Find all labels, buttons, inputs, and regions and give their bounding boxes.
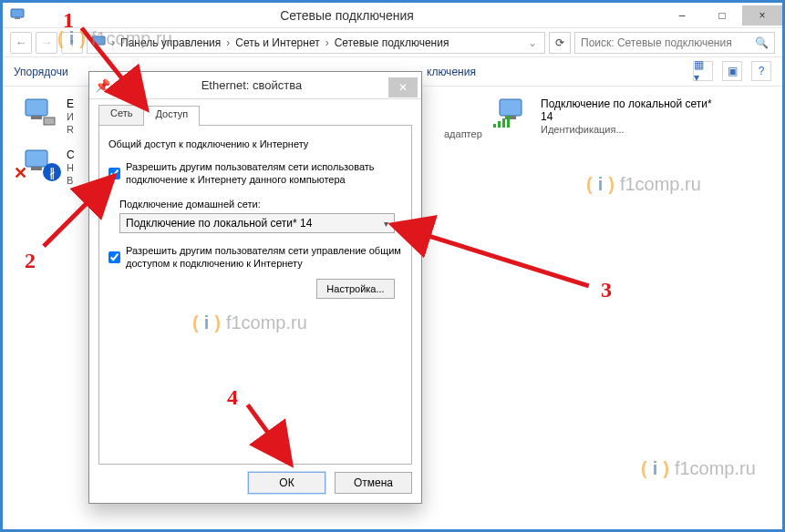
adapter-name: Подключение по локальной сети* 14	[541, 97, 714, 123]
allow-sharing-checkbox[interactable]	[108, 161, 120, 186]
organize-menu[interactable]: Упорядочи	[14, 66, 68, 78]
svg-rect-3	[26, 99, 47, 116]
allow-sharing-checkbox-row[interactable]: Разрешить другим пользователям сети испо…	[108, 160, 402, 186]
breadcrumb[interactable]: › Панель управления › Сеть и Интернет › …	[87, 32, 545, 54]
search-input[interactable]: Поиск: Сетевые подключения 🔍	[574, 32, 775, 54]
signal-icon	[493, 115, 510, 130]
window-controls: – □ ×	[662, 5, 782, 26]
svg-rect-11	[498, 121, 501, 128]
properties-dialog: 📌 Ethernet: свойства ✕ Сеть Доступ Общий…	[88, 71, 422, 504]
adapter-icon	[495, 97, 533, 128]
back-button[interactable]: ←	[10, 32, 32, 54]
help-button[interactable]: ?	[751, 61, 771, 81]
chevron-down-icon[interactable]: ⌄	[524, 36, 541, 49]
tab-sharing[interactable]: Доступ	[143, 106, 200, 126]
window-titlebar: Сетевые подключения – □ ×	[3, 3, 782, 28]
svg-rect-5	[44, 118, 55, 125]
minimize-button[interactable]: –	[662, 5, 702, 26]
breadcrumb-sep: ›	[226, 36, 230, 49]
breadcrumb-item[interactable]: Панель управления	[120, 36, 221, 49]
allow-control-label: Разрешить другим пользователям сети упра…	[126, 244, 402, 270]
maximize-button[interactable]: □	[702, 5, 742, 26]
svg-rect-1	[15, 17, 20, 19]
dialog-titlebar: 📌 Ethernet: свойства ✕	[89, 72, 421, 99]
tab-network[interactable]: Сеть	[98, 105, 144, 125]
forward-button[interactable]: →	[36, 32, 57, 54]
close-button[interactable]: ×	[742, 5, 782, 26]
search-icon: 🔍	[755, 36, 769, 49]
svg-rect-10	[493, 124, 496, 128]
settings-button[interactable]: Настройка...	[316, 279, 395, 299]
shield-icon: 📌	[89, 78, 115, 93]
cancel-button[interactable]: Отмена	[335, 472, 412, 494]
svg-rect-13	[507, 116, 510, 128]
group-label: Общий доступ к подключению к Интернету	[108, 138, 402, 149]
breadcrumb-icon	[91, 34, 106, 51]
breadcrumb-sep: ›	[111, 36, 115, 49]
chevron-down-icon: ▾	[384, 219, 388, 229]
tab-panel-sharing: Общий доступ к подключению к Интернету Р…	[98, 125, 412, 465]
breadcrumb-sep: ›	[325, 36, 329, 49]
error-icon: ✕	[14, 163, 27, 183]
adapter-tile[interactable]: Подключение по локальной сети* 14 Иденти…	[495, 97, 714, 136]
app-icon	[10, 6, 25, 24]
window-title: Сетевые подключения	[32, 8, 662, 23]
ok-button[interactable]: ОК	[248, 472, 325, 494]
tabstrip: Сеть Доступ	[98, 105, 412, 125]
up-button[interactable]: ↑	[61, 32, 83, 54]
refresh-button[interactable]: ⟳	[549, 32, 571, 54]
view-options-button[interactable]: ▦ ▾	[693, 61, 713, 81]
truncated-label: адаптер	[444, 128, 482, 139]
svg-rect-6	[26, 150, 47, 167]
address-bar: ← → ↑ › Панель управления › Сеть и Интер…	[3, 28, 782, 57]
homenet-combobox[interactable]: Подключение по локальной сети* 14 ▾	[119, 213, 395, 233]
allow-sharing-label: Разрешить другим пользователям сети испо…	[126, 160, 402, 186]
truncated-label: ключения	[427, 66, 476, 78]
svg-rect-7	[31, 167, 42, 170]
allow-control-checkbox[interactable]	[108, 245, 120, 270]
adapter-icon: ∦ ✕	[21, 148, 59, 179]
svg-rect-12	[502, 118, 505, 128]
adapter-status: Идентификация...	[541, 123, 714, 136]
homenet-label: Подключение домашней сети:	[119, 199, 402, 210]
svg-rect-2	[92, 36, 105, 45]
details-pane-button[interactable]: ▣	[722, 61, 742, 81]
homenet-combobox-value: Подключение по локальной сети* 14	[126, 217, 312, 230]
breadcrumb-item[interactable]: Сетевые подключения	[335, 36, 449, 49]
svg-rect-0	[11, 9, 24, 17]
bluetooth-icon: ∦	[43, 163, 61, 181]
svg-rect-4	[31, 116, 42, 119]
adapter-icon	[21, 97, 59, 128]
search-placeholder: Поиск: Сетевые подключения	[581, 36, 749, 49]
dialog-close-button[interactable]: ✕	[388, 77, 418, 97]
breadcrumb-item[interactable]: Сеть и Интернет	[235, 36, 319, 49]
dialog-title: Ethernet: свойства	[115, 78, 388, 92]
allow-control-checkbox-row[interactable]: Разрешить другим пользователям сети упра…	[108, 244, 402, 270]
svg-rect-8	[500, 99, 522, 116]
